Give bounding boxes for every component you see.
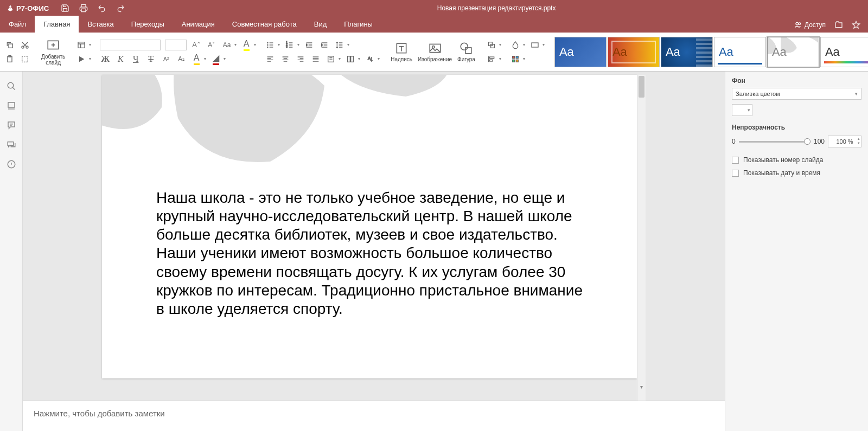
theme-6[interactable]: Aa	[820, 37, 868, 67]
font-size-input[interactable]	[165, 40, 187, 50]
feedback-icon[interactable]	[7, 159, 16, 169]
svg-rect-25	[465, 48, 471, 54]
tab-animation[interactable]: Анимация	[173, 16, 224, 33]
redo-icon[interactable]	[116, 4, 125, 12]
ribbon: Добавить слайд ▾ ▾ A˄ A˅ Aa▾ A▾ Ж К Ч Т …	[0, 33, 868, 72]
decrease-font-icon[interactable]: A˅	[206, 40, 217, 50]
scroll-down-icon[interactable]: ▾	[637, 382, 646, 391]
textbox-button[interactable]: Надпись	[388, 35, 414, 69]
fill-type-select[interactable]: Заливка цветом▾	[732, 88, 861, 100]
align-right-icon[interactable]	[295, 54, 306, 65]
columns-icon[interactable]	[345, 54, 356, 65]
document-title: Новая презентация редактируется.pptx	[125, 4, 868, 12]
vertical-scrollbar[interactable]: ▾	[637, 75, 646, 401]
align-left-icon[interactable]	[265, 54, 276, 65]
highlight-icon[interactable]: A	[241, 40, 252, 50]
layout-icon[interactable]	[76, 40, 87, 50]
slides-icon[interactable]	[7, 101, 16, 111]
slide-body-text[interactable]: Наша школа - это не только учебное завед…	[156, 189, 593, 318]
opacity-input[interactable]: 100 % ▴▾	[828, 136, 861, 147]
color-scheme-icon[interactable]	[510, 54, 521, 65]
tab-collab[interactable]: Совместная работа	[224, 16, 305, 33]
fill-color-icon[interactable]: ◢	[210, 54, 221, 65]
align-justify-icon[interactable]	[310, 54, 321, 65]
theme-3[interactable]: Aa	[661, 37, 713, 67]
theme-2[interactable]: Aa	[608, 37, 660, 67]
strike-icon[interactable]: Т	[145, 54, 156, 65]
comments-icon[interactable]	[7, 120, 16, 130]
panel-bg-title: Фон	[732, 77, 861, 85]
notes-area[interactable]: Нажмите, чтобы добавить заметки	[23, 401, 725, 431]
image-button[interactable]: Изображение	[416, 35, 454, 69]
svg-point-35	[8, 82, 14, 88]
change-case-icon[interactable]: Aa	[221, 40, 232, 50]
numbering-icon[interactable]: 123	[284, 40, 295, 50]
scroll-thumb[interactable]	[639, 76, 644, 98]
save-icon[interactable]	[61, 4, 69, 12]
access-button[interactable]: Доступ	[794, 21, 826, 29]
superscript-icon[interactable]: A²	[161, 54, 171, 65]
paste-icon[interactable]	[4, 54, 15, 65]
right-panel: Фон Заливка цветом▾ ▾ Непрозрачность 0 1…	[725, 72, 868, 431]
svg-point-1	[796, 22, 799, 25]
play-icon[interactable]	[76, 54, 87, 65]
print-icon[interactable]	[79, 4, 88, 12]
opacity-slider[interactable]	[739, 141, 810, 143]
tab-insert[interactable]: Вставка	[79, 16, 122, 33]
valign-icon[interactable]	[326, 54, 336, 65]
open-location-icon[interactable]	[834, 21, 843, 29]
svg-text:3: 3	[286, 46, 288, 48]
cut-icon[interactable]	[20, 40, 30, 50]
theme-1[interactable]: Aa	[554, 37, 607, 67]
shape-fill-icon[interactable]	[510, 40, 521, 50]
favorite-icon[interactable]	[852, 21, 860, 29]
opacity-min: 0	[732, 138, 736, 145]
tab-view[interactable]: Вид	[305, 16, 336, 33]
svg-rect-33	[513, 60, 515, 62]
add-slide-button[interactable]: Добавить слайд	[39, 35, 67, 69]
canvas-area: Наша школа - это не только учебное завед…	[23, 72, 725, 431]
theme-gallery: Aa Aa Aa Aa Aa Aa	[553, 35, 868, 69]
select-all-icon[interactable]	[20, 54, 30, 65]
svg-rect-28	[490, 57, 494, 59]
svg-point-13	[267, 47, 268, 47]
align-objects-icon[interactable]	[486, 54, 497, 65]
italic-icon[interactable]: К	[115, 54, 126, 65]
undo-icon[interactable]	[98, 4, 106, 12]
tab-home[interactable]: Главная	[35, 16, 79, 33]
line-spacing-icon[interactable]	[334, 40, 345, 50]
tab-file[interactable]: Файл	[0, 16, 35, 33]
align-center-icon[interactable]	[280, 54, 291, 65]
chat-icon[interactable]	[7, 140, 16, 150]
bullets-icon[interactable]	[265, 40, 276, 50]
svg-rect-31	[513, 56, 515, 58]
search-icon[interactable]	[7, 81, 16, 91]
menu-bar: Файл Главная Вставка Переходы Анимация С…	[0, 16, 868, 33]
increase-font-icon[interactable]: A˄	[191, 40, 202, 50]
text-direction-icon[interactable]: A	[365, 54, 375, 65]
svg-point-2	[799, 23, 801, 25]
indent-inc-icon[interactable]	[319, 40, 330, 50]
tab-transitions[interactable]: Переходы	[123, 16, 173, 33]
font-color-icon[interactable]: A	[191, 54, 202, 65]
slide-size-icon[interactable]	[529, 40, 540, 50]
indent-dec-icon[interactable]	[304, 40, 315, 50]
shape-button[interactable]: Фигура	[455, 35, 477, 69]
subscript-icon[interactable]: A₂	[176, 54, 187, 65]
show-date-checkbox[interactable]: Показывать дату и время	[732, 169, 861, 177]
slide[interactable]: Наша школа - это не только учебное завед…	[102, 75, 637, 378]
show-slide-number-checkbox[interactable]: Показывать номер слайда	[732, 156, 861, 164]
arrange-icon[interactable]	[486, 40, 497, 50]
font-name-input[interactable]	[100, 40, 161, 50]
svg-rect-8	[22, 56, 28, 62]
copy-icon[interactable]	[4, 40, 15, 50]
bold-icon[interactable]: Ж	[100, 54, 111, 65]
underline-icon[interactable]: Ч	[130, 54, 141, 65]
fill-color-picker[interactable]: ▾	[732, 104, 752, 116]
svg-rect-3	[9, 44, 12, 48]
theme-5[interactable]: Aa	[767, 37, 819, 67]
svg-rect-18	[348, 56, 350, 62]
theme-4[interactable]: Aa	[714, 37, 766, 67]
tab-plugins[interactable]: Плагины	[335, 16, 381, 33]
svg-point-11	[267, 42, 268, 43]
